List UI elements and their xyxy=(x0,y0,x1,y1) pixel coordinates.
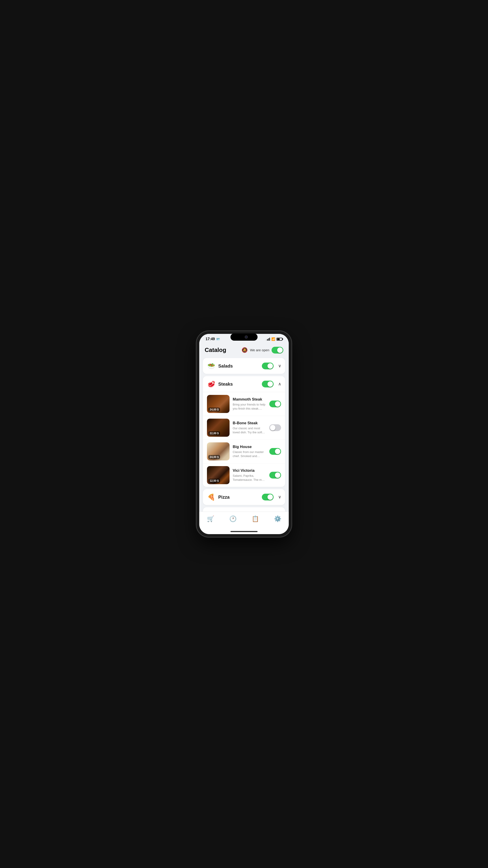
vici-victoria-image: 12,50 $ xyxy=(207,466,230,484)
we-are-open-label: We are open xyxy=(250,348,269,352)
header-right: 🔕 We are open xyxy=(241,347,283,353)
big-house-name: Big House xyxy=(233,445,266,449)
signal-bars xyxy=(266,338,270,341)
cart-icon: 🛒 xyxy=(207,515,214,522)
b-bone-steak-toggle[interactable] xyxy=(269,424,281,431)
b-bone-steak-name: B-Bone Steak xyxy=(233,421,266,426)
big-house-price: 24,00 $ xyxy=(208,455,220,459)
b-bone-steak-info: B-Bone Steak Our classic and most loved … xyxy=(233,421,266,434)
vici-victoria-toggle[interactable] xyxy=(269,472,281,478)
category-pizza: 🍕 Pizza ∨ xyxy=(203,489,285,505)
pizza-icon: 🍕 xyxy=(207,493,216,501)
nav-settings[interactable]: ⚙️ xyxy=(270,515,285,523)
mammoth-steak-info: Mammoth Steak Bring your friends to help… xyxy=(233,397,266,411)
salads-label: Salads xyxy=(218,364,259,369)
catalog-icon: 📋 xyxy=(252,515,259,522)
menu-item-b-bone-steak: 22,00 $ B-Bone Steak Our classic and mos… xyxy=(203,416,285,440)
page-title: Catalog xyxy=(205,346,226,353)
b-bone-steak-price: 22,00 $ xyxy=(208,431,220,435)
nav-cart[interactable]: 🛒 xyxy=(203,515,218,523)
salads-toggle[interactable] xyxy=(262,363,273,369)
home-indicator xyxy=(199,529,289,534)
mammoth-steak-image: 24,00 $ xyxy=(207,395,230,413)
category-sushi: 🍣 Sushi ∨ xyxy=(203,507,285,512)
phone-frame: 17:49 🪪 📶 Catalog xyxy=(197,331,291,537)
b-bone-steak-image: 22,00 $ xyxy=(207,418,230,437)
notification-bell-icon[interactable]: 🔕 xyxy=(241,347,248,353)
category-salads-header[interactable]: 🥗 Salads ∨ xyxy=(203,358,285,374)
steaks-toggle[interactable] xyxy=(262,381,273,388)
pizza-chevron-icon[interactable]: ∨ xyxy=(278,495,281,500)
category-steaks-header[interactable]: 🥩 Steaks ∧ xyxy=(203,376,285,392)
steaks-label: Steaks xyxy=(218,381,259,387)
big-house-desc: Classic from our master chief. Smoked an… xyxy=(233,450,266,458)
wifi-icon: 📶 xyxy=(271,337,275,341)
category-salads: 🥗 Salads ∨ xyxy=(203,358,285,374)
vici-victoria-info: Vici Victoria Salami, Paprika, Tomatensa… xyxy=(233,468,266,482)
category-steaks: 🥩 Steaks ∧ 24,00 $ xyxy=(203,376,285,487)
notch xyxy=(230,333,258,341)
phone-screen: 17:49 🪪 📶 Catalog xyxy=(199,334,289,534)
b-bone-steak-desc: Our classic and most loved dish. Try the… xyxy=(233,426,266,434)
big-house-image: 24,00 $ xyxy=(207,442,230,460)
menu-item-vici-victoria: 12,50 $ Vici Victoria Salami, Paprika, T… xyxy=(203,463,285,487)
mammoth-steak-toggle[interactable] xyxy=(269,401,281,407)
app-header: Catalog 🔕 We are open xyxy=(199,343,289,356)
id-icon: 🪪 xyxy=(216,338,220,341)
menu-item-mammoth-steak: 24,00 $ Mammoth Steak Bring your friends… xyxy=(203,392,285,416)
bottom-navigation: 🛒 🕐 📋 ⚙️ xyxy=(199,512,289,529)
mammoth-steak-desc: Bring your friends to help you finish th… xyxy=(233,403,266,411)
app-content: Catalog 🔕 We are open 🥗 Salads xyxy=(199,343,289,512)
camera xyxy=(245,336,248,339)
salads-icon: 🥗 xyxy=(207,362,216,370)
categories-list: 🥗 Salads ∨ 🥩 Steaks xyxy=(199,356,289,512)
vici-victoria-price: 12,50 $ xyxy=(208,479,220,483)
settings-icon: ⚙️ xyxy=(274,515,281,522)
menu-item-big-house: 24,00 $ Big House Classic from our maste… xyxy=(203,440,285,463)
salads-chevron-icon[interactable]: ∨ xyxy=(278,364,281,368)
pizza-toggle[interactable] xyxy=(262,494,273,500)
mammoth-steak-price: 24,00 $ xyxy=(208,408,220,412)
vici-victoria-name: Vici Victoria xyxy=(233,468,266,473)
battery-icon xyxy=(276,338,283,341)
nav-catalog[interactable]: 📋 xyxy=(248,515,263,523)
open-status-toggle[interactable] xyxy=(271,347,283,353)
category-sushi-header[interactable]: 🍣 Sushi ∨ xyxy=(203,507,285,512)
mammoth-steak-name: Mammoth Steak xyxy=(233,397,266,402)
nav-history[interactable]: 🕐 xyxy=(226,515,240,523)
steaks-icon: 🥩 xyxy=(207,380,216,388)
status-time: 17:49 xyxy=(205,337,215,341)
category-pizza-header[interactable]: 🍕 Pizza ∨ xyxy=(203,489,285,505)
status-icons: 📶 xyxy=(266,337,283,341)
pizza-label: Pizza xyxy=(218,495,259,500)
home-bar xyxy=(230,531,258,532)
history-icon: 🕐 xyxy=(229,515,236,522)
vici-victoria-desc: Salami, Paprika, Tomatensauce. The most … xyxy=(233,474,266,482)
big-house-info: Big House Classic from our master chief.… xyxy=(233,445,266,458)
big-house-toggle[interactable] xyxy=(269,448,281,455)
steaks-menu-items: 24,00 $ Mammoth Steak Bring your friends… xyxy=(203,392,285,487)
steaks-chevron-icon[interactable]: ∧ xyxy=(278,381,281,386)
